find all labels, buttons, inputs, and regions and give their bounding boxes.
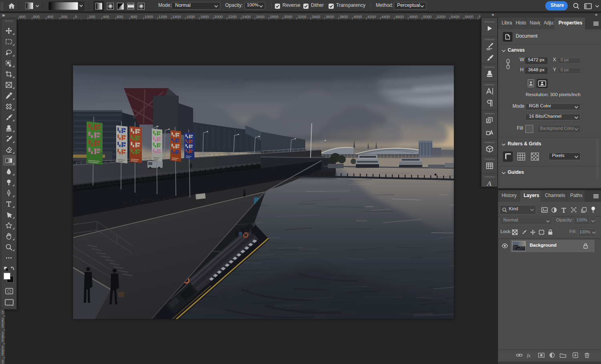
svg-text:1600: 1600	[186, 14, 195, 19]
svg-text:0: 0	[2, 311, 4, 315]
svg-text:4200: 4200	[367, 14, 376, 19]
svg-text:0: 0	[75, 14, 77, 19]
svg-text:3000: 3000	[284, 14, 292, 19]
svg-text:4800: 4800	[409, 14, 417, 19]
svg-text:1000: 1000	[145, 14, 153, 19]
svg-text:4400: 4400	[381, 14, 390, 19]
svg-text:5200: 5200	[437, 14, 446, 19]
svg-text:400: 400	[47, 14, 54, 19]
svg-text:3200: 3200	[298, 14, 306, 19]
svg-text:1200: 1200	[159, 14, 167, 19]
svg-text:800: 800	[131, 14, 137, 19]
svg-text:4600: 4600	[395, 14, 404, 19]
svg-text:2800: 2800	[270, 14, 278, 19]
svg-text:3600: 3600	[326, 14, 334, 19]
svg-text:fx: fx	[527, 352, 531, 358]
svg-text:2400: 2400	[242, 14, 250, 19]
svg-text:4000: 4000	[353, 14, 362, 19]
svg-text:200: 200	[89, 14, 95, 19]
svg-text:800: 800	[19, 14, 26, 19]
svg-text:2000: 2000	[214, 14, 223, 19]
svg-text:2200: 2200	[228, 14, 236, 19]
svg-text:0: 0	[2, 352, 4, 356]
svg-text:600: 600	[33, 14, 40, 19]
svg-text:3400: 3400	[312, 14, 320, 19]
svg-text:5400: 5400	[451, 14, 460, 19]
svg-text:200: 200	[61, 14, 67, 19]
svg-text:5000: 5000	[423, 14, 432, 19]
svg-text:0: 0	[2, 325, 4, 329]
svg-text:A: A	[487, 179, 492, 187]
svg-text:1400: 1400	[172, 14, 181, 19]
svg-text:600: 600	[117, 14, 123, 19]
svg-text:1800: 1800	[200, 14, 209, 19]
svg-text:400: 400	[103, 14, 109, 19]
svg-text:3800: 3800	[339, 14, 348, 19]
svg-text:2600: 2600	[256, 14, 264, 19]
svg-text:0: 0	[2, 339, 4, 343]
svg-text:5600: 5600	[465, 14, 473, 19]
